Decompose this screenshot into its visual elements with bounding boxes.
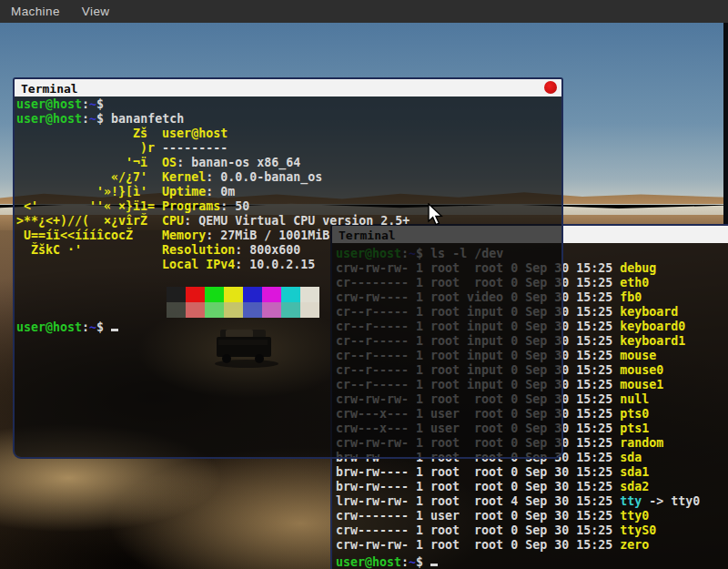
terminal-line: crw------- 1 user root 0 Sep 30 15:25 tt… (336, 509, 728, 523)
palette-swatch (167, 287, 186, 302)
terminal-line: user@host:~$ (336, 553, 728, 567)
menu-item-machine[interactable]: Machine (0, 0, 71, 23)
terminal-line: ŽškC ·' Resolution: 800x600 (16, 243, 563, 258)
palette-swatch (300, 302, 319, 318)
palette-swatch (262, 287, 281, 302)
terminal-line: Zš user@host (16, 127, 563, 141)
terminal-line: lrw-rw-rw- 1 root root 4 Sep 30 15:25 tt… (336, 494, 728, 509)
palette-swatch (205, 287, 224, 302)
palette-swatch (205, 302, 224, 318)
terminal-line: U==íï<<íííîcocŽ Memory: 27MiB / 1001MiB (16, 229, 563, 243)
terminal-line: '»!}[ì' Uptime: 0m (16, 185, 563, 199)
terminal-line: )r --------- (16, 141, 563, 156)
terminal-line: '¬ï OS: banan-os x86_64 (16, 156, 563, 170)
terminal-line: user@host:~$ bananfetch (16, 112, 563, 127)
terminal-line: user@host:~$ (16, 97, 563, 112)
terminal-line: >**¿<+)//( ×¿vîrŽ CPU: QEMU Virtual CPU … (16, 214, 563, 229)
palette-swatch (243, 302, 262, 318)
terminal-line: brw-rw---- 1 root root 0 Sep 30 15:25 sd… (336, 480, 728, 494)
menu-item-view[interactable]: View (71, 0, 121, 23)
text-cursor (111, 318, 118, 331)
palette-swatch (281, 287, 300, 302)
mouse-cursor-icon (428, 203, 444, 227)
terminal-window-1[interactable]: Terminal user@host:~$user@host:~$ bananf… (13, 77, 563, 459)
window-titlebar[interactable]: Terminal (15, 79, 561, 97)
palette-swatch (281, 302, 300, 318)
terminal-line: <' ''« ×}ï1= Programs: 50 (16, 199, 563, 214)
palette-row (167, 302, 563, 318)
terminal-content[interactable]: user@host:~$user@host:~$ bananfetch Zš u… (15, 97, 563, 458)
photo-edge-strip (723, 23, 728, 230)
palette-swatch (186, 302, 205, 318)
terminal-line: brw-rw---- 1 root root 0 Sep 30 15:25 sd… (336, 465, 728, 480)
palette-swatch (243, 287, 262, 302)
palette-swatch (300, 287, 319, 302)
palette-swatch (224, 302, 243, 318)
menubar: Machine View (0, 0, 728, 23)
close-button[interactable] (544, 81, 557, 94)
palette-swatch (167, 302, 186, 318)
terminal-line: crw------- 1 root root 0 Sep 30 15:25 tt… (336, 523, 728, 538)
terminal-line (16, 272, 563, 287)
palette-swatch (262, 302, 281, 318)
window-title: Terminal (15, 82, 78, 96)
palette-swatch (224, 287, 243, 302)
desktop: { "menu_bar": { "items": [ { "label": "M… (0, 0, 728, 569)
terminal-line: Local IPv4: 10.0.2.15 (16, 258, 563, 272)
terminal-line: «/¿7' Kernel: 0.0.0-banan_os (16, 170, 563, 185)
text-cursor (430, 553, 438, 566)
terminal-line: crw-rw-rw- 1 root root 0 Sep 30 15:25 ze… (336, 538, 728, 553)
palette-swatch (186, 287, 205, 302)
terminal-line: user@host:~$ (16, 318, 563, 332)
palette-row (167, 287, 563, 302)
